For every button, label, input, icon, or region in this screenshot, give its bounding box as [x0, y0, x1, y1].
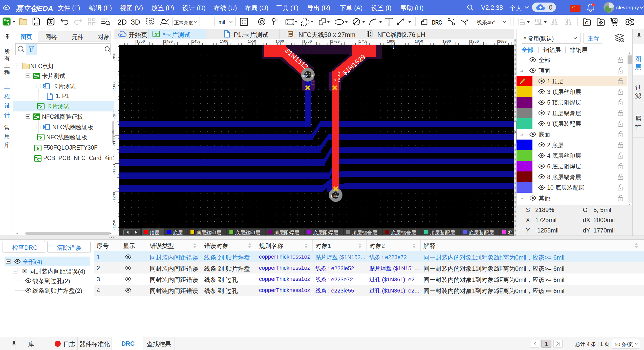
svg-text:$1N361: $1N361 [331, 195, 341, 198]
svg-text:2: 2 [333, 79, 336, 81]
svg-text:★: ★ [573, 8, 575, 10]
svg-text:$1N1512: $1N1512 [302, 75, 314, 78]
svg-text:512: 512 [311, 81, 314, 85]
svg-text:1-2: 1-2 [333, 192, 338, 195]
svg-text:1-2: 1-2 [305, 71, 310, 74]
svg-text:$1N1529: $1N1529 [337, 71, 340, 82]
svg-text:G: G [585, 21, 588, 25]
svg-text:8]: 8] [391, 45, 395, 49]
